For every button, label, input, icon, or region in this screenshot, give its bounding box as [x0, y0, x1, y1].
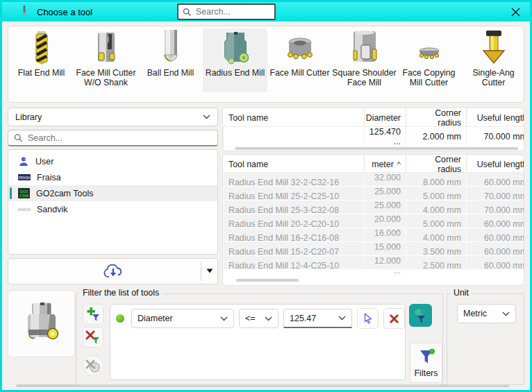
svg-text:CAM: CAM [19, 194, 28, 198]
apply-filter-button[interactable] [409, 304, 432, 327]
chevron-down-icon [502, 312, 510, 316]
filter-row: Diameter <= 125.47 [116, 308, 405, 329]
col-tool-name[interactable]: Tool name [223, 108, 364, 128]
delete-x-icon [389, 314, 399, 324]
tools-table-scrollbar[interactable] [236, 279, 299, 282]
col-diameter-sorted[interactable]: meter ^ [364, 155, 406, 174]
radius-end-mill-icon [216, 30, 255, 66]
library-dropdown-value: Library [15, 112, 42, 122]
filters-button[interactable]: Filters [410, 343, 442, 383]
ball-end-mill-icon [151, 30, 190, 66]
tool-type-ball-end-mill[interactable]: Ball End Mill [138, 28, 203, 92]
tool-type-strip: Flat End Mill Face Mill Cutter W/O Shank [8, 26, 524, 103]
cell-useful-length: 60.000 mm [466, 256, 524, 275]
download-library-button[interactable] [8, 258, 218, 284]
chevron-down-icon [338, 316, 346, 321]
square-shoulder-face-mill-icon [345, 30, 384, 66]
remove-filter-button[interactable] [83, 327, 103, 348]
library-item-user[interactable]: User [8, 153, 217, 169]
selected-tool-row[interactable]: 125.470 ... 2.000 mm 70.000 mm [223, 127, 524, 144]
tool-row[interactable]: Radius End Mill 20-2-C20-10 20.000 ... 5… [223, 214, 524, 228]
col-corner-radius[interactable]: Corner radius [406, 155, 466, 174]
tools-table-header: Tool name meter ^ Corner radius Useful l… [223, 155, 524, 173]
pick-value-button[interactable] [357, 308, 379, 329]
tool-type-flat-end-mill[interactable]: Flat End Mill [9, 28, 74, 92]
tool-type-label: Face Mill Cutter W/O Shank [74, 68, 138, 87]
svg-text:FRAISA: FRAISA [19, 176, 31, 180]
unit-select[interactable]: Metric [457, 304, 516, 323]
filter-group-label: Filter the list of tools [80, 288, 162, 298]
tool-type-square-shoulder-face-mill[interactable]: Square Shoulder Face Mill [332, 28, 397, 92]
split-separator [201, 262, 201, 281]
filter-list: Diameter <= 125.47 [110, 304, 406, 380]
svg-text:GO2: GO2 [20, 189, 28, 194]
search-icon [183, 7, 192, 17]
cell-diameter: 125.470 ... [364, 127, 406, 146]
filters-button-label: Filters [414, 368, 438, 378]
filter-active-dot [116, 314, 124, 323]
col-tool-name[interactable]: Tool name [223, 155, 364, 174]
library-item-sandvik[interactable]: SANDVIK Sandvik [8, 201, 217, 217]
tool-type-face-mill-wo-shank[interactable]: Face Mill Cutter W/O Shank [74, 28, 138, 92]
face-copying-mill-cutter-icon [410, 30, 449, 66]
filter-value-select[interactable]: 125.47 [283, 309, 352, 328]
filter-operator-select[interactable]: <= [239, 309, 279, 328]
col-useful-length[interactable]: Useful length [466, 108, 524, 128]
choose-tool-dialog: Choose a tool Flat End Mill [0, 0, 532, 392]
face-mill-wo-shank-icon [87, 30, 126, 66]
library-dropdown[interactable]: Library [8, 108, 218, 126]
filter-operator-value: <= [245, 314, 256, 323]
cursor-arrow-icon [362, 312, 374, 325]
svg-text:SANDVIK: SANDVIK [18, 208, 31, 212]
library-item-go2cam-tools[interactable]: GO2 CAM GO2cam Tools [8, 185, 217, 201]
filters-funnel-icon [417, 348, 436, 367]
col-diameter[interactable]: Diameter [364, 108, 406, 128]
tool-row[interactable]: Radius End Mill 25-2-C25-10 25.000 ... 5… [223, 187, 524, 201]
library-search-input[interactable] [28, 133, 212, 143]
tools-table: Tool name meter ^ Corner radius Useful l… [222, 154, 524, 286]
tool-row[interactable]: Radius End Mill 12-4-C25-10 12.000 ... 2… [223, 256, 524, 270]
title-search-input[interactable] [196, 7, 270, 17]
add-filter-button[interactable] [83, 304, 103, 325]
clear-filters-button-disabled[interactable] [83, 355, 103, 376]
close-button[interactable] [508, 4, 523, 19]
face-mill-cutter-icon [281, 30, 319, 66]
cell-diameter: 12.000 ... [364, 256, 406, 275]
sort-ascending-icon: ^ [397, 160, 401, 169]
tool-type-label: Single-Ang Cutter [461, 68, 524, 87]
download-split-arrow-icon[interactable] [206, 269, 213, 273]
tool-row[interactable]: Radius End Mill 15-2-C20-07 15.000 ... 3… [223, 242, 524, 256]
tool-row[interactable]: Radius End Mill 32-2-C32-16 32.000 ... 8… [223, 173, 524, 187]
dialog-title: Choose a tool [37, 7, 92, 17]
tool-preview-image [17, 299, 67, 349]
tool-type-face-mill-cutter[interactable]: Face Mill Cutter [267, 28, 332, 92]
cell-corner-radius: 2.500 mm [406, 256, 466, 275]
col-useful-length[interactable]: Useful length [466, 155, 524, 174]
selected-tool-table-scrollbar[interactable] [235, 147, 518, 150]
selected-tool-table-header: Tool name Diameter Corner radius Useful … [223, 108, 524, 127]
tool-row[interactable]: Radius End Mill 16-2-C16-08 16.000 ... 4… [223, 228, 524, 242]
tool-type-label: Radius End Mill [206, 68, 265, 78]
unit-value: Metric [463, 309, 487, 318]
delete-filter-button[interactable] [383, 308, 405, 329]
chevron-down-icon [265, 316, 272, 321]
tool-type-single-angle-cutter[interactable]: Single-Ang Cutter [461, 28, 524, 92]
tool-type-label: Face Copying Mill Cutter [397, 68, 461, 87]
tool-row[interactable]: Radius End Mill 25-3-C32-08 25.000 ... 4… [223, 201, 524, 214]
title-search-box[interactable] [177, 3, 276, 20]
library-search-box[interactable] [8, 130, 218, 146]
cell-corner-radius: 2.000 mm [406, 127, 466, 146]
tool-type-radius-end-mill[interactable]: Radius End Mill [203, 28, 267, 92]
filter-group: Filter the list of tools [76, 293, 443, 385]
add-filter-icon [85, 307, 101, 322]
unit-group: Unit Metric [447, 293, 524, 385]
col-corner-radius[interactable]: Corner radius [406, 108, 466, 128]
tool-type-label: Square Shoulder Face Mill [332, 68, 397, 87]
library-item-fraisa[interactable]: FRAISA Fraisa [8, 169, 217, 185]
tool-type-face-copying-mill-cutter[interactable]: Face Copying Mill Cutter [397, 28, 461, 92]
tool-type-label: Ball End Mill [147, 68, 194, 78]
filter-field-select[interactable]: Diameter [131, 309, 234, 328]
cloud-download-icon [102, 264, 124, 279]
cell-useful-length: 70.000 mm [466, 127, 524, 146]
titlebar: Choose a tool [2, 2, 530, 22]
